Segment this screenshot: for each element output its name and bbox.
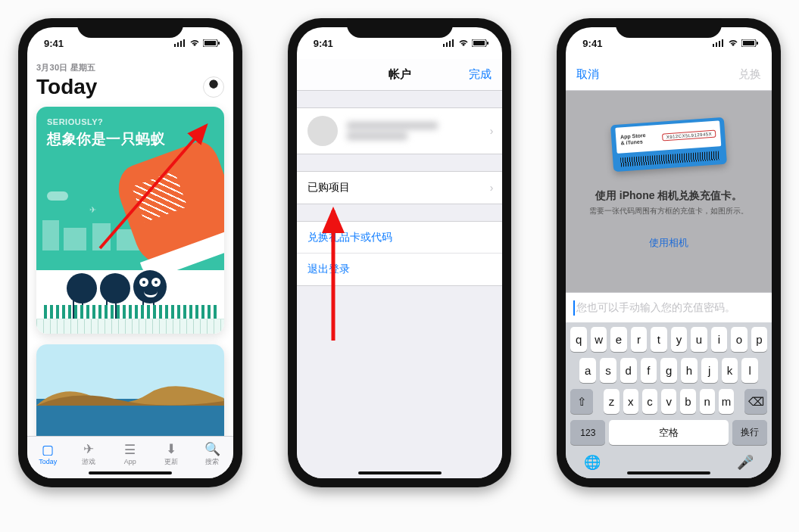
layers-icon: ☰ <box>124 443 136 456</box>
row-appleid[interactable]: › <box>297 108 503 154</box>
group-purchased: 已购项目 › <box>297 171 503 204</box>
key-t[interactable]: t <box>651 327 666 352</box>
key-z[interactable]: z <box>604 389 619 414</box>
key-y[interactable]: y <box>671 327 687 352</box>
svg-rect-16 <box>713 44 714 47</box>
status-time: 9:41 <box>582 38 602 49</box>
key-c[interactable]: c <box>642 389 657 414</box>
key-shift[interactable]: ⇧ <box>570 389 593 414</box>
key-v[interactable]: v <box>661 389 676 414</box>
key-d[interactable]: d <box>620 358 637 383</box>
nav-title: 帐户 <box>389 67 411 82</box>
svg-rect-9 <box>446 42 448 47</box>
chevron-right-icon: › <box>490 182 494 194</box>
keyboard-row-1: q w e r t y u i o p <box>570 327 767 352</box>
notch <box>347 18 453 38</box>
tab-today[interactable]: ▢ Today <box>27 437 68 472</box>
key-k[interactable]: k <box>722 358 738 383</box>
battery-icon <box>203 39 220 47</box>
key-123[interactable]: 123 <box>570 420 605 445</box>
key-g[interactable]: g <box>660 358 677 383</box>
notch <box>616 18 722 38</box>
screen-account: 9:41 帐户 完成 › <box>297 27 503 478</box>
row-signout[interactable]: 退出登录 <box>297 254 503 285</box>
key-backspace[interactable]: ⌫ <box>744 389 767 414</box>
signal-icon <box>443 39 455 47</box>
redeem-title: 使用 iPhone 相机兑换充值卡。 <box>566 189 772 203</box>
key-w[interactable]: w <box>591 327 607 352</box>
battery-icon <box>472 39 488 47</box>
shift-icon: ⇧ <box>577 395 587 409</box>
key-p[interactable]: p <box>751 327 767 352</box>
today-date: 3月30日 星期五 <box>36 62 224 73</box>
home-indicator[interactable] <box>627 471 710 474</box>
keyboard-row-2: a s d f g h j k l <box>570 358 767 383</box>
account-navbar: 帐户 完成 <box>297 59 503 91</box>
svg-rect-3 <box>183 39 185 47</box>
svg-rect-8 <box>443 44 445 47</box>
row-redeem[interactable]: 兑换礼品卡或代码 <box>297 222 503 254</box>
card-eyebrow: SERIOUSLY? <box>47 117 103 126</box>
barcode-icon <box>620 151 719 166</box>
tab-label: Today <box>39 458 57 465</box>
home-indicator[interactable] <box>89 471 172 474</box>
key-m[interactable]: m <box>719 389 734 414</box>
cancel-button[interactable]: 取消 <box>576 67 599 82</box>
key-n[interactable]: n <box>700 389 715 414</box>
svg-rect-18 <box>719 41 720 47</box>
key-return[interactable]: 换行 <box>732 420 767 445</box>
key-i[interactable]: i <box>711 327 727 352</box>
status-icons <box>443 39 488 47</box>
key-f[interactable]: f <box>641 358 657 383</box>
key-x[interactable]: x <box>623 389 638 414</box>
redeem-button[interactable]: 兑换 <box>738 67 761 82</box>
key-e[interactable]: e <box>610 327 626 352</box>
key-q[interactable]: q <box>570 327 586 352</box>
key-r[interactable]: r <box>631 327 647 352</box>
key-s[interactable]: s <box>600 358 616 383</box>
text-cursor <box>573 300 575 316</box>
use-camera-link[interactable]: 使用相机 <box>566 236 772 250</box>
mic-icon[interactable]: 🎤 <box>737 454 754 471</box>
today-body[interactable]: 3月30日 星期五 Today SERIOUSLY? 想象你是一只蚂蚁 ✈ <box>27 59 233 436</box>
group-account: › <box>297 107 503 154</box>
battery-icon <box>741 39 758 47</box>
done-button[interactable]: 完成 <box>469 67 492 82</box>
featured-card-desert[interactable] <box>36 344 224 436</box>
cloud-icon <box>47 191 68 201</box>
tab-games[interactable]: ✈ 游戏 <box>68 437 109 472</box>
code-input[interactable]: 您也可以手动输入您的充值密码。 <box>566 292 772 322</box>
status-time: 9:41 <box>44 38 64 49</box>
redeem-illustration-area: App Store & iTunes X912CX5L912945X 使用 iP… <box>566 91 772 292</box>
svg-rect-2 <box>180 41 182 47</box>
account-body[interactable]: › 已购项目 › 兑换礼品卡或代码 退出登录 <box>297 91 503 478</box>
tab-apps[interactable]: ☰ App <box>110 437 151 472</box>
row-purchased[interactable]: 已购项目 › <box>297 172 503 204</box>
keyboard-row-3: ⇧ z x c v b n m ⌫ <box>570 389 767 414</box>
globe-icon[interactable]: 🌐 <box>584 454 601 471</box>
tab-updates[interactable]: ⬇ 更新 <box>151 437 192 472</box>
key-o[interactable]: o <box>731 327 747 352</box>
gift-brand-2: & iTunes <box>621 138 647 146</box>
wifi-icon <box>189 39 200 47</box>
row-label: 兑换礼品卡或代码 <box>307 231 392 244</box>
key-b[interactable]: b <box>680 389 695 414</box>
key-h[interactable]: h <box>681 358 698 383</box>
home-indicator[interactable] <box>358 471 442 474</box>
backspace-icon: ⌫ <box>748 395 764 409</box>
key-j[interactable]: j <box>701 358 718 383</box>
key-l[interactable]: l <box>741 358 758 383</box>
row-label: 退出登录 <box>307 263 350 276</box>
redeem-subtitle: 需要一张代码周围有方框的充值卡，如图所示。 <box>579 206 758 216</box>
featured-card-ant[interactable]: SERIOUSLY? 想象你是一只蚂蚁 ✈ <box>36 107 224 334</box>
tab-search[interactable]: 🔍 搜索 <box>192 437 233 472</box>
key-a[interactable]: a <box>579 358 596 383</box>
today-title-row: Today <box>36 75 224 99</box>
key-space[interactable]: 空格 <box>609 420 729 445</box>
account-avatar[interactable] <box>203 76 224 98</box>
download-icon: ⬇ <box>166 443 176 456</box>
status-icons <box>174 39 220 47</box>
svg-rect-5 <box>204 41 216 45</box>
status-icons <box>713 39 758 47</box>
key-u[interactable]: u <box>691 327 707 352</box>
